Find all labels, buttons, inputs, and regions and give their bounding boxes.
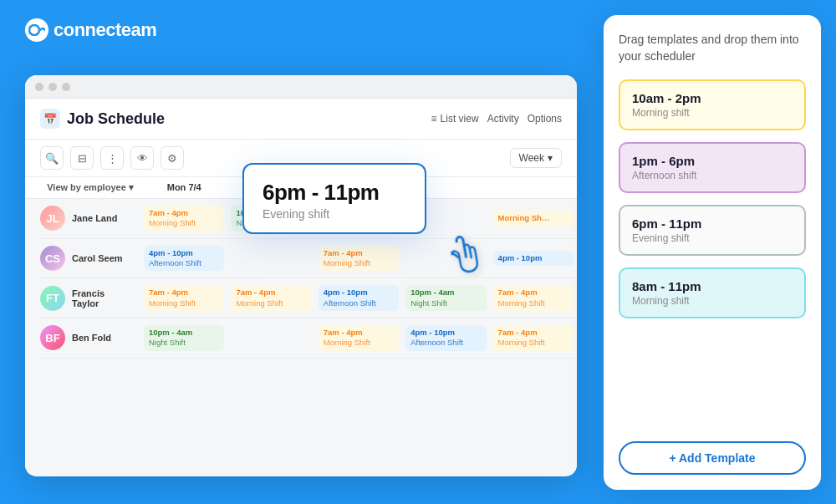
employee-cell: FT Francis Taylor [40,286,140,311]
template-card-morning[interactable]: 10am - 2pm Morning shift [619,79,806,130]
templates-panel: Drag templates and drop them into your s… [604,15,821,490]
header-actions: ≡ List view Activity Options [431,113,562,125]
template-time: 6pm - 11pm [632,216,793,231]
shift-block: 7am - 4pm Morning Shift [493,285,573,311]
avatar: FT [40,286,65,311]
shift-cell: Morning Sh… [490,209,577,227]
table-row: CS Carol Seem 4pm - 10pm Afternoon Shift… [40,239,577,279]
dragged-shift-card: 6pm - 11pm Evening shift [242,163,426,234]
shift-cell: 4pm - 10pm Afternoon Shift [315,283,402,313]
shift-block: 4pm - 10pm [493,251,573,266]
shift-cell: 7am - 4pm Morning Shift [315,244,402,273]
template-label: Afternoon shift [632,170,793,181]
week-selector[interactable]: Week ▾ [510,148,562,168]
dragged-shift-time: 6pm - 11pm [263,180,405,206]
shift-block: 10pm - 4am Night Shift [405,285,486,311]
avatar: BF [40,325,65,350]
shift-cell: 10pm - 4am Night Shift [402,283,489,313]
chevron-down-icon: ▾ [548,152,553,164]
template-card-afternoon[interactable]: 1pm - 6pm Afternoon shift [619,142,806,193]
shift-cell: 4pm - 10pm [490,249,577,267]
shift-cell: 7am - 4pm Morning Shift [315,323,402,353]
settings-button[interactable]: ⚙ [161,146,184,170]
employee-name: Carol Seem [72,253,123,263]
template-label: Morning shift [632,107,793,119]
list-icon: ≡ [431,113,437,125]
employee-name: Jane Land [72,213,117,223]
col5 [490,177,577,198]
date-header: Mon 7/4 [140,177,227,198]
shift-cell: 7am - 4pm Morning Shift [140,283,227,313]
shift-cell: 7am - 4pm Morning Shift [490,323,577,353]
shift-block: 7am - 4pm Morning Shift [319,325,399,351]
panel-title: Drag templates and drop them into your s… [619,32,806,64]
shift-cell [227,257,314,260]
logo-text: connecteam [54,19,156,41]
template-card-evening[interactable]: 6pm - 11pm Evening shift [619,205,806,256]
shift-block: 4pm - 10pm Afternoon Shift [319,285,399,311]
avatar: CS [40,246,65,271]
template-time: 1pm - 6pm [632,154,793,168]
shift-block: 7am - 4pm Morning Shift [231,285,311,311]
eye-button[interactable]: 👁 [130,146,154,170]
template-card-morning2[interactable]: 8am - 11pm Morning shift [619,267,806,318]
shift-cell: 7am - 4pm Morning Shift [140,204,227,233]
shift-block: 4pm - 10pm Afternoon Shift [144,246,224,272]
shift-block: 7am - 4pm Morning Shift [319,246,399,272]
shift-block: 7am - 4pm Morning Shift [493,325,573,351]
shift-block: 10pm - 4am Night Shift [144,325,224,351]
shift-block: 7am - 4pm Morning Shift [144,285,224,311]
more-button[interactable]: ⋮ [100,146,124,170]
table-row: FT Francis Taylor 7am - 4pm Morning Shif… [40,278,577,318]
template-label: Morning shift [632,295,793,307]
calendar-icon: 📅 [40,109,60,129]
view-by-employee[interactable]: View by employee ▾ [40,177,140,198]
shift-block: 7am - 4pm Morning Shift [144,206,224,232]
shift-cell: 10pm - 4am Night Shift [140,323,227,353]
search-button[interactable]: 🔍 [40,146,64,170]
logo-icon [25,18,48,42]
employee-cell: BF Ben Fold [40,325,140,350]
dot-yellow [48,83,57,91]
shift-cell: 4pm - 10pm Afternoon Shift [140,244,227,273]
shift-cell [227,336,314,339]
svg-point-0 [29,25,39,35]
options-button[interactable]: Options [528,113,562,125]
template-time: 10am - 2pm [632,91,793,105]
table-row: BF Ben Fold 10pm - 4am Night Shift 7am -… [40,318,577,359]
list-view-button[interactable]: ≡ List view [431,113,479,125]
add-template-button[interactable]: + Add Template [619,441,806,475]
shift-cell: 7am - 4pm Morning Shift [490,283,577,313]
logo: connecteam [25,18,156,42]
dot-red [35,83,43,91]
grid-body: JL Jane Land 7am - 4pm Morning Shift 10p… [25,199,577,475]
shift-cell: 4pm - 10pm Afternoon Shift [402,323,489,353]
scheduler-window: 📅 Job Schedule ≡ List view Activity Opti… [25,75,577,476]
shift-block: Morning Sh… [493,211,573,226]
dragged-shift-label: Evening shift [263,207,405,221]
shift-cell: 7am - 4pm Morning Shift [227,283,314,313]
filter-button[interactable]: ⊟ [70,146,94,170]
employee-name: Francis Taylor [72,288,134,308]
drag-cursor-icon [439,231,487,288]
activity-button[interactable]: Activity [487,113,519,125]
template-label: Evening shift [632,232,793,244]
scheduler-header: 📅 Job Schedule ≡ List view Activity Opti… [25,99,577,140]
avatar: JL [40,206,65,231]
template-time: 8am - 11pm [632,279,793,293]
shift-block: 4pm - 10pm Afternoon Shift [405,325,486,351]
dot-green [62,83,70,91]
employee-cell: CS Carol Seem [40,246,140,271]
titlebar [25,75,577,99]
employee-name: Ben Fold [72,333,111,343]
scheduler-title: 📅 Job Schedule [40,109,165,129]
employee-cell: JL Jane Land [40,206,140,231]
